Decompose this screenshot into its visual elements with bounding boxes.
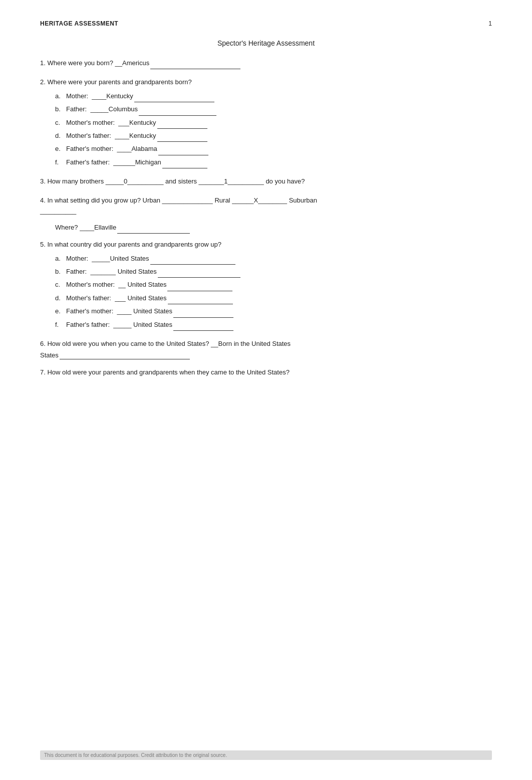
q6-text: 6. How old were you when you came to the… [40, 338, 209, 349]
q2-b-label: b. [55, 103, 66, 115]
question-2: 2. Where were your parents and grandpare… [40, 76, 492, 168]
q1-text: 1. Where were you born? [40, 57, 113, 69]
q4-bottom-blank: __________ [40, 207, 76, 215]
q2-d-content: Mother's father: ____Kentucky [66, 130, 208, 142]
q5-e-label: e. [55, 305, 66, 317]
doc-title: Spector's Heritage Assessment [40, 39, 492, 47]
q5-sub-items: a. Mother: _____United States b. Father:… [55, 253, 492, 331]
q2-e-content: Father's mother: ____Alabama [66, 143, 209, 155]
question-1: 1. Where were you born? __Americus [40, 57, 492, 69]
q2-c: c. Mother's mother: ___Kentucky [55, 117, 492, 129]
q5-c: c. Mother's mother: __ United States [55, 279, 492, 291]
q5-line: 5. In what country did your parents and … [40, 239, 492, 250]
q5-e: e. Father's mother: ____ United States [55, 305, 492, 317]
q2-sub-items: a. Mother: ____Kentucky b. Father: _____… [55, 90, 492, 168]
where-label: Where? [55, 222, 78, 233]
q5-a-label: a. [55, 253, 66, 264]
footer-area: This document is for educational purpose… [0, 750, 532, 760]
q5-f-label: f. [55, 319, 66, 330]
q2-f-content: Father's father: ______Michigan [66, 156, 208, 168]
q4-rural-blank: ______X________ [232, 194, 287, 206]
q5-b-content: Father: _______ United States [66, 266, 241, 278]
question-6: 6. How old were you when you came to the… [40, 338, 492, 359]
q2-c-content: Mother's mother: ___Kentucky [66, 117, 208, 129]
q2-f-label: f. [55, 156, 66, 168]
q7-line: 7. How old were your parents and grandpa… [40, 366, 492, 378]
q5-f: f. Father's father: _____ United States [55, 319, 492, 331]
q5-e-content: Father's mother: ____ United States [66, 305, 234, 317]
q4-text: 4. In what setting did you grow up? [40, 194, 141, 206]
q2-a: a. Mother: ____Kentucky [55, 90, 492, 102]
question-5: 5. In what country did your parents and … [40, 239, 492, 331]
header-title: HERITAGE ASSESSMENT [40, 20, 118, 27]
q2-f: f. Father's father: ______Michigan [55, 156, 492, 168]
q2-text: 2. Where were your parents and grandpare… [40, 76, 192, 88]
q5-c-content: Mother's mother: __ United States [66, 279, 233, 291]
q1-answer: __Americus [113, 57, 241, 69]
question-7: 7. How old were your parents and grandpa… [40, 366, 492, 378]
q2-line: 2. Where were your parents and grandpare… [40, 76, 492, 88]
q5-a: a. Mother: _____United States [55, 253, 492, 265]
q4-rural-label: Rural [214, 194, 230, 206]
q3-brothers-blank: _____0__________ [106, 175, 164, 187]
q5-f-content: Father's father: _____ United States [66, 319, 234, 331]
footer-bar: This document is for educational purpose… [40, 750, 492, 760]
q5-d-label: d. [55, 292, 66, 304]
q2-e-label: e. [55, 143, 66, 154]
header-row: HERITAGE ASSESSMENT 1 [40, 20, 492, 27]
q7-text: 7. How old were your parents and grandpa… [40, 366, 290, 378]
page-number: 1 [488, 20, 492, 27]
q5-d: d. Mother's father: ___ United States [55, 292, 492, 304]
q3-line: 3. How many brothers _____0__________ an… [40, 175, 492, 187]
q6-line: 6. How old were you when you came to the… [40, 338, 492, 349]
q4-line: 4. In what setting did you grow up? Urba… [40, 194, 492, 206]
q2-d-label: d. [55, 130, 66, 141]
q6-answer: __Born in the United States [211, 338, 291, 349]
q5-b: b. Father: _______ United States [55, 266, 492, 278]
q1-line: 1. Where were you born? __Americus [40, 57, 492, 69]
where-line: Where? ____Ellaville [55, 222, 492, 234]
q3-sisters-blank: _______1__________ [199, 175, 264, 187]
q5-a-content: Mother: _____United States [66, 253, 236, 265]
where-block: Where? ____Ellaville [55, 222, 492, 234]
question-3: 3. How many brothers _____0__________ an… [40, 175, 492, 187]
q3-and-sisters: and sisters [165, 175, 197, 187]
q4-urban-blank: ______________ [162, 194, 213, 206]
question-4: 4. In what setting did you grow up? Urba… [40, 194, 492, 215]
q5-text: 5. In what country did your parents and … [40, 239, 221, 250]
q2-b: b. Father: _____Columbus [55, 103, 492, 115]
q3-text: 3. How many brothers [40, 175, 104, 187]
q5-c-label: c. [55, 279, 66, 290]
q2-e: e. Father's mother: ____Alabama [55, 143, 492, 155]
q2-b-content: Father: _____Columbus [66, 103, 217, 115]
page: HERITAGE ASSESSMENT 1 Spector's Heritage… [0, 0, 532, 780]
q2-c-label: c. [55, 117, 66, 128]
footer-text: This document is for educational purpose… [44, 752, 227, 758]
q3-suffix: do you have? [265, 175, 305, 187]
q5-b-label: b. [55, 266, 66, 277]
q6-states-label: States [40, 351, 59, 359]
q2-a-label: a. [55, 90, 66, 102]
q2-a-content: Mother: ____Kentucky [66, 90, 215, 102]
q5-d-content: Mother's father: ___ United States [66, 292, 234, 304]
where-answer: ____Ellaville [80, 222, 191, 234]
q4-suburban-label: Suburban [289, 194, 317, 206]
q4-urban-label: Urban [143, 194, 160, 206]
q2-d: d. Mother's father: ____Kentucky [55, 130, 492, 142]
